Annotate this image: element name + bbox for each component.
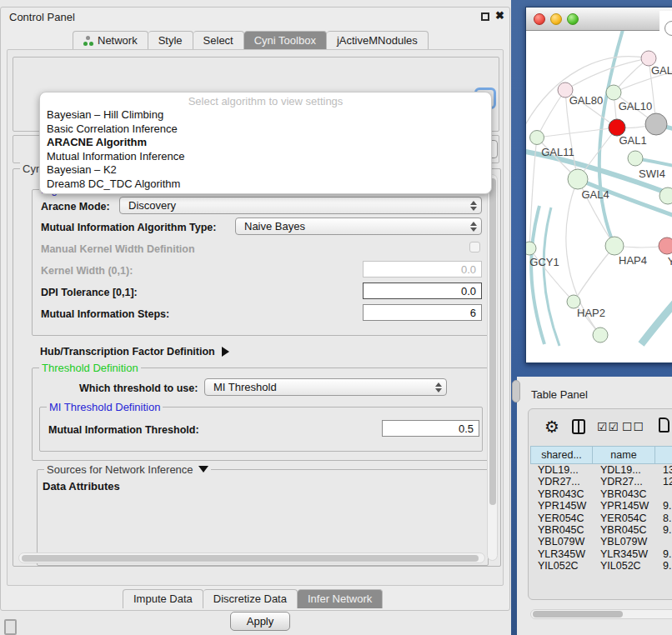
node-label-salmon-r: Y (668, 255, 672, 268)
network-view-window[interactable]: GALGAL80GAL10GAL1GAL11SWI4GAL4GCY1HAP4YH… (525, 7, 672, 363)
network-node-swi4[interactable] (628, 151, 643, 166)
table-row[interactable]: YBR045CYBR045C9. (530, 524, 672, 536)
network-edge-highlighted[interactable] (531, 206, 544, 344)
network-node-green-r[interactable] (659, 188, 672, 204)
float-panel-icon[interactable] (481, 12, 489, 21)
kernel-width-field[interactable]: 0.0 (363, 261, 482, 278)
hub-definition-label: Hub/Transcription Factor Definition (40, 346, 215, 358)
minimized-panel-icon[interactable] (4, 619, 17, 635)
algorithm-option[interactable]: Bayesian – Hill Climbing (47, 108, 484, 122)
table-row[interactable]: YIL052CYIL052C9. (530, 560, 672, 572)
algorithm-definition-group: Algorithm Definition Aracne Mode: Discov… (32, 189, 489, 336)
algorithm-dropdown-open[interactable]: Select algorithm to view settings Bayesi… (39, 92, 492, 194)
close-panel-icon[interactable]: ✖ (495, 9, 504, 22)
table-cell: YBR045C (593, 524, 655, 536)
network-node-bottom[interactable] (593, 328, 608, 342)
hub-definition-toggle[interactable]: Hub/Transcription Factor Definition (40, 346, 229, 358)
column-header[interactable] (655, 446, 672, 464)
table-row[interactable]: YLR345WYLR345W9. (530, 548, 672, 560)
mi-steps-field[interactable]: 6 (363, 304, 482, 321)
settings-vertical-scrollbar[interactable] (487, 174, 498, 561)
tab-discretize-data[interactable]: Discretize Data (203, 589, 298, 608)
mi-type-value: Naive Bayes (244, 220, 305, 232)
table-row[interactable]: YDL19...YDL19...13 (530, 464, 672, 476)
algorithm-option[interactable]: Basic Correlation Inference (47, 122, 484, 137)
tab-infer-network[interactable]: Infer Network (298, 589, 383, 608)
table-row[interactable]: YDR27...YDR27...12 (530, 476, 672, 488)
table-cell: YIL052C (593, 560, 655, 572)
table-body[interactable]: YDL19...YDL19...13YDR27...YDR27...12YBR0… (530, 464, 672, 572)
network-edge[interactable] (574, 246, 614, 302)
aracne-mode-combo[interactable]: Discovery (119, 197, 482, 214)
settings-horizontal-scrollbar[interactable] (18, 552, 485, 563)
table-cell: YBR045C (530, 524, 593, 536)
tab-network[interactable]: Network (73, 31, 148, 50)
network-edge[interactable] (537, 90, 565, 138)
table-row[interactable]: YBR043CYBR043C (530, 488, 672, 500)
mi-threshold-field[interactable]: 0.5 (382, 420, 479, 437)
table-cell: YPR145W (530, 500, 593, 512)
gear-icon[interactable]: ⚙ (544, 418, 559, 436)
network-node-salmon-r[interactable] (659, 238, 672, 254)
table-header-row[interactable]: shared...name (530, 446, 672, 464)
node-label-gcy1: GCY1 (529, 256, 559, 268)
select-all-checkboxes-icon[interactable]: ☑☑ (597, 420, 619, 433)
table-toolbar: ⚙ ☑☑ ☐☐ (537, 418, 672, 439)
table-cell: 9. (655, 560, 672, 572)
network-edge[interactable] (537, 128, 617, 138)
algorithm-option[interactable]: ARACNE Algorithm (47, 136, 484, 150)
network-edge-highlighted[interactable] (641, 298, 672, 344)
tab-jactivemnodules[interactable]: jActiveMNodules (327, 31, 429, 50)
algorithm-option[interactable]: Dream8 DC_TDC Algorithm (47, 178, 484, 192)
table-cell: YBL079W (530, 536, 593, 548)
settings-horizontal-scrollbar-thumb[interactable] (22, 555, 479, 562)
table-horizontal-scrollbar-thumb[interactable] (533, 611, 623, 618)
manual-kernel-checkbox[interactable] (469, 242, 480, 252)
columns-icon[interactable] (572, 419, 585, 434)
network-node-gal11[interactable] (530, 131, 544, 145)
table-cell: YDL19... (530, 464, 593, 476)
control-panel-titlebar: Control Panel ✖ (1, 8, 509, 28)
tab-label: Network (98, 34, 138, 47)
tab-impute-data[interactable]: Impute Data (123, 589, 203, 608)
network-node-big-gray[interactable] (645, 113, 667, 135)
network-node-hap4[interactable] (605, 237, 624, 255)
table-panel: Table Panel ⚙ ☑☑ ☐☐ shared...name YDL19.… (517, 377, 672, 635)
mi-algorithm-type-combo[interactable]: Naive Bayes (235, 218, 482, 235)
mac-close-button[interactable] (534, 13, 545, 25)
dpi-tolerance-field[interactable]: 0.0 (363, 282, 482, 299)
new-table-icon[interactable] (659, 418, 669, 432)
threshold-definition-title: Threshold Definition (39, 362, 141, 374)
column-header[interactable]: shared... (530, 446, 593, 464)
tab-label: Cyni Toolbox (254, 34, 316, 47)
node-label-gal11: GAL11 (541, 146, 574, 158)
tab-cyni-toolbox[interactable]: Cyni Toolbox (244, 31, 327, 50)
mi-type-label: Mutual Information Algorithm Type: (41, 222, 216, 233)
split-pane-divider-handle[interactable] (512, 380, 520, 402)
network-node-gal10[interactable] (606, 85, 621, 100)
tab-style[interactable]: Style (148, 31, 193, 50)
table-horizontal-scrollbar[interactable] (530, 609, 672, 619)
mac-minimize-button[interactable] (550, 13, 562, 25)
column-header[interactable]: name (593, 446, 655, 464)
network-node-gcy1[interactable] (526, 242, 536, 255)
which-threshold-combo[interactable]: MI Threshold (204, 378, 447, 396)
table-panel-title: Table Panel (531, 388, 588, 401)
network-window-titlebar[interactable] (526, 8, 672, 31)
algorithm-option[interactable]: Mutual Information Inference (47, 150, 484, 164)
node-label-gal-top: GAL (651, 64, 672, 77)
network-node-gal1[interactable] (609, 119, 625, 136)
sources-group-title[interactable]: Sources for Network Inference (44, 463, 211, 476)
algorithm-option[interactable]: Bayesian – K2 (47, 163, 484, 178)
threshold-definition-group: Threshold Definition Which threshold to … (32, 368, 489, 461)
table-row[interactable]: YER054CYER054C8. (530, 512, 672, 524)
table-row[interactable]: YPR145WYPR145W9. (530, 500, 672, 512)
mac-zoom-button[interactable] (567, 13, 579, 25)
deselect-all-checkboxes-icon[interactable]: ☐☐ (622, 420, 644, 433)
tab-select[interactable]: Select (193, 31, 244, 50)
apply-button[interactable]: Apply (230, 612, 290, 631)
settings-vertical-scrollbar-thumb[interactable] (489, 178, 496, 505)
network-node-gal4[interactable] (568, 169, 588, 189)
network-canvas[interactable]: GALGAL80GAL10GAL1GAL11SWI4GAL4GCY1HAP4YH… (526, 31, 672, 362)
table-row[interactable]: YBL079WYBL079W (530, 536, 672, 548)
